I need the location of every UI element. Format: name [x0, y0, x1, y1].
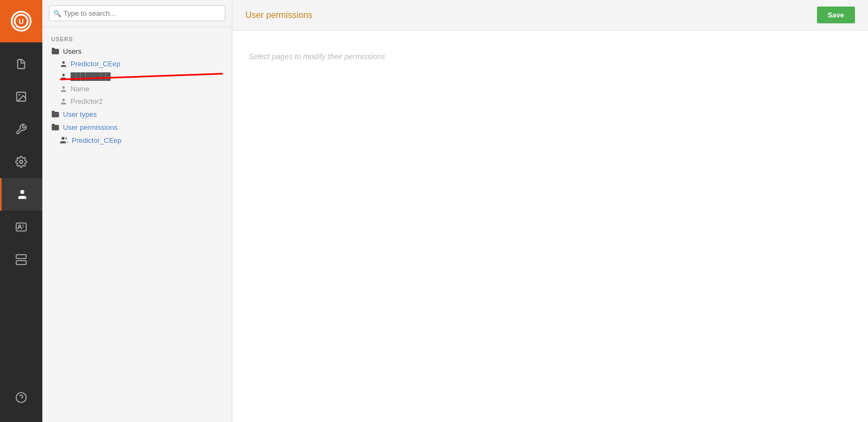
tree-label-name-user: Name — [71, 85, 90, 93]
sidebar-search: 🔍 — [42, 0, 232, 27]
svg-point-4 — [20, 160, 23, 163]
user-icon-tree-2 — [60, 73, 67, 80]
sidebar-content: USERS Users Predictor_CEep ████████ — [42, 27, 232, 422]
gear-icon — [15, 156, 27, 168]
svg-point-7 — [18, 225, 21, 227]
logo-svg: U — [14, 14, 29, 29]
permissions-placeholder: Select pages to modify their permissions — [249, 52, 385, 61]
folder-icon-user-permissions — [51, 123, 60, 131]
wrench-icon — [15, 123, 27, 135]
tree-item-users-folder[interactable]: Users — [42, 45, 232, 58]
svg-point-16 — [62, 86, 65, 89]
svg-rect-6 — [16, 223, 26, 231]
nav-icons — [0, 42, 42, 381]
main-body: Select pages to modify their permissions — [232, 30, 868, 422]
nav-item-images[interactable] — [0, 80, 42, 113]
nav-item-documents[interactable] — [0, 48, 42, 80]
search-input[interactable] — [49, 5, 225, 21]
svg-point-17 — [62, 98, 65, 101]
help-icon — [15, 392, 27, 404]
nav-item-users[interactable] — [0, 178, 42, 211]
user-icon-tree-3 — [60, 85, 67, 93]
nav-item-tools[interactable] — [0, 113, 42, 146]
nav-item-contacts[interactable] — [0, 211, 42, 243]
nav-item-help[interactable] — [0, 381, 42, 414]
tree-label-predictor-ceep-1: Predictor_CEep — [71, 60, 121, 68]
image-icon — [15, 91, 27, 103]
svg-point-5 — [20, 190, 24, 194]
tree-item-predictor-ceep-2[interactable]: Predictor_CEep — [42, 134, 232, 147]
nav-bottom — [0, 381, 42, 422]
document-icon — [15, 58, 27, 70]
svg-text:U: U — [18, 17, 23, 26]
page-title: User permissions — [245, 10, 313, 20]
sidebar-section-users: USERS — [42, 33, 232, 45]
main-content: User permissions Save Select pages to mo… — [232, 0, 868, 422]
folder-icon-user-types — [51, 110, 60, 118]
tree-label-predictor2-user: Predictor2 — [71, 97, 103, 105]
server-icon — [15, 254, 27, 266]
tree-item-predictor-ceep-1[interactable]: Predictor_CEep — [42, 58, 232, 70]
save-button[interactable]: Save — [817, 7, 855, 23]
tree-item-redacted-user[interactable]: ████████ — [42, 70, 232, 83]
nav-bar: U — [0, 0, 42, 422]
svg-point-15 — [62, 73, 65, 76]
tree-label-redacted-user: ████████ — [71, 72, 111, 80]
svg-point-3 — [18, 94, 20, 96]
nav-logo[interactable]: U — [0, 0, 42, 42]
search-wrapper: 🔍 — [49, 5, 225, 21]
tree-item-user-permissions[interactable]: User permissions — [42, 121, 232, 134]
tree-item-predictor2-user[interactable]: Predictor2 — [42, 95, 232, 108]
tree-label-predictor-ceep-2: Predictor_CEep — [72, 136, 122, 144]
user-icon — [16, 188, 28, 200]
tree-label-users-folder: Users — [63, 47, 81, 55]
svg-rect-8 — [16, 255, 26, 259]
address-card-icon — [15, 221, 27, 233]
tree-label-user-types: User types — [63, 110, 97, 118]
folder-icon — [51, 47, 60, 55]
tree-label-user-permissions: User permissions — [63, 123, 117, 131]
user-icon-tree-4 — [60, 98, 67, 105]
nav-item-server[interactable] — [0, 243, 42, 276]
nav-item-settings[interactable] — [0, 146, 42, 178]
main-header: User permissions Save — [232, 0, 868, 30]
svg-point-14 — [62, 61, 65, 64]
tree-item-name-user[interactable]: Name — [42, 83, 232, 95]
group-icon-tree — [60, 136, 68, 144]
logo-icon: U — [11, 11, 31, 32]
sidebar: 🔍 USERS Users Predictor_CEep ████████ — [42, 0, 232, 422]
user-icon-tree — [60, 60, 67, 68]
svg-point-18 — [61, 137, 64, 140]
search-icon: 🔍 — [53, 10, 61, 17]
svg-rect-9 — [16, 261, 26, 264]
tree-item-user-types[interactable]: User types — [42, 108, 232, 121]
